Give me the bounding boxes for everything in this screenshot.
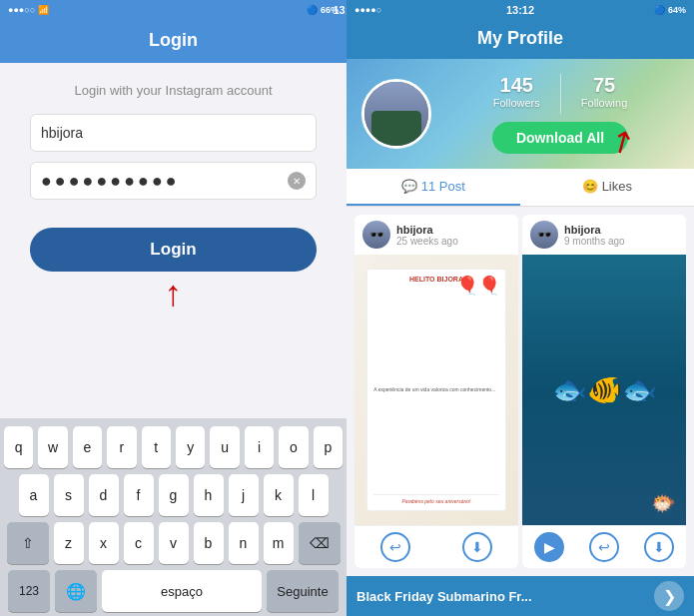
posts-grid: 🕶️ hbijora 25 weeks ago HELITO BIJORA A … — [347, 207, 694, 576]
key-x[interactable]: x — [89, 522, 119, 564]
following-label: Following — [581, 97, 627, 109]
following-stat: 75 Following — [581, 74, 627, 114]
post-header-1: 🕶️ hbijora 25 weeks ago — [354, 215, 518, 255]
time-right: 13:12 — [506, 4, 534, 16]
avatar-image: 🕶️ — [364, 82, 428, 146]
key-q[interactable]: q — [4, 426, 33, 468]
key-y[interactable]: y — [176, 426, 205, 468]
post-image-1: HELITO BIJORA A experiência de um vida v… — [354, 255, 518, 525]
globe-key[interactable]: 🌐 — [55, 570, 97, 612]
numbers-key[interactable]: 123 — [8, 570, 50, 612]
key-h[interactable]: h — [194, 474, 224, 516]
left-panel: ●●●○○ 📶 13:07 🔵 66% Login Login with you… — [0, 0, 347, 616]
password-field[interactable]: ●●●●●●●●●● ✕ — [30, 162, 317, 200]
following-count: 75 — [581, 74, 627, 97]
keyboard-bottom-row: 123 🌐 espaço Seguinte — [4, 570, 343, 612]
key-e[interactable]: e — [73, 426, 102, 468]
key-l[interactable]: l — [299, 474, 329, 516]
post-avatar-2: 🕶️ — [530, 221, 558, 249]
arrow-down-indicator: ↑ — [165, 276, 183, 311]
avatar-body — [361, 111, 431, 146]
post-user-info-1: hbijora 25 weeks ago — [396, 224, 458, 247]
play-button-2[interactable]: ▶ — [534, 532, 564, 562]
key-s[interactable]: s — [54, 474, 84, 516]
key-u[interactable]: u — [210, 426, 239, 468]
share-button-1[interactable]: ↩ — [380, 532, 410, 562]
battery-right: 64% — [668, 5, 686, 15]
battery-icons-right: 🔵 64% — [654, 5, 686, 15]
shift-key[interactable]: ⇧ — [7, 522, 49, 564]
key-t[interactable]: t — [142, 426, 171, 468]
key-d[interactable]: d — [89, 474, 119, 516]
key-j[interactable]: j — [229, 474, 259, 516]
birthday-footer: Parabéns pelo seu aniversário! — [373, 494, 498, 504]
key-f[interactable]: f — [124, 474, 154, 516]
post-user-info-2: hbijora 9 months ago — [564, 224, 625, 247]
ad-text: Black Friday Submarino Fr... — [356, 589, 532, 604]
profile-title: My Profile — [477, 28, 563, 48]
key-g[interactable]: g — [159, 474, 189, 516]
bluetooth-right: 🔵 — [654, 5, 665, 15]
keyboard-row-1: q w e r t y u i o p — [4, 426, 343, 468]
keyboard: q w e r t y u i o p a s d f g h j k l ⇧ … — [0, 418, 347, 616]
key-b[interactable]: b — [194, 522, 224, 564]
tab-likes-label: Likes — [602, 179, 632, 194]
post-avatar-1: 🕶️ — [362, 221, 390, 249]
followers-label: Followers — [493, 97, 540, 109]
login-form: Login with your Instagram account hbijor… — [0, 63, 347, 418]
tab-likes[interactable]: 😊 Likes — [520, 169, 694, 206]
fish-scene: 🐟🐠🐟 — [522, 255, 686, 525]
keyboard-row-3: ⇧ z x c v b n m ⌫ — [4, 522, 343, 564]
login-button[interactable]: Login — [30, 228, 317, 272]
wifi-icon: 📶 — [38, 5, 49, 15]
key-p[interactable]: p — [314, 426, 343, 468]
signal-right: ●●●●○ — [354, 5, 381, 15]
profile-avatar: 🕶️ — [361, 79, 431, 149]
post-avatar-img-1: 🕶️ — [362, 221, 390, 249]
key-w[interactable]: w — [38, 426, 67, 468]
stats-divider — [560, 74, 561, 114]
key-m[interactable]: m — [264, 522, 294, 564]
followers-stat: 145 Followers — [493, 74, 540, 114]
ad-arrow-button[interactable]: ❯ — [654, 581, 684, 611]
download-button-2[interactable]: ⬇ — [644, 532, 674, 562]
space-key[interactable]: espaço — [102, 570, 262, 612]
followers-count: 145 — [493, 74, 540, 97]
key-k[interactable]: k — [264, 474, 294, 516]
fish-extra: 🐡 — [651, 491, 676, 515]
post-header-2: 🕶️ hbijora 9 months ago — [522, 215, 686, 255]
key-v[interactable]: v — [159, 522, 189, 564]
tab-posts[interactable]: 💬 11 Post — [347, 169, 520, 206]
bluetooth-icon: 🔵 — [307, 5, 318, 15]
post-card-2: 🕶️ hbijora 9 months ago 🐟🐠🐟 🐡 ▶ ↩ ⬇ — [522, 215, 686, 568]
post-actions-1: ↩ ⬇ — [354, 525, 518, 568]
backspace-key[interactable]: ⌫ — [299, 522, 341, 564]
key-z[interactable]: z — [54, 522, 84, 564]
username-field[interactable]: hbijora — [30, 114, 317, 152]
ad-banner: Black Friday Submarino Fr... ❯ — [347, 576, 694, 616]
share-button-2[interactable]: ↩ — [589, 532, 619, 562]
post-username-1: hbijora — [396, 224, 458, 236]
profile-hero: 🕶️ 145 Followers 75 Following Download A… — [347, 59, 694, 169]
key-c[interactable]: c — [124, 522, 154, 564]
signal-icon: ●●●○○ — [8, 5, 35, 15]
login-title: Login — [149, 30, 198, 50]
post-username-2: hbijora — [564, 224, 625, 236]
birthday-card: HELITO BIJORA A experiência de um vida v… — [366, 269, 505, 512]
birthday-text: A experiência de um vida valoriza com co… — [373, 386, 498, 393]
tabs-row: 💬 11 Post 😊 Likes — [347, 169, 694, 207]
next-key[interactable]: Seguinte — [267, 570, 339, 612]
login-header: Login — [0, 20, 347, 63]
key-i[interactable]: i — [245, 426, 274, 468]
key-o[interactable]: o — [279, 426, 308, 468]
svg-rect-0 — [371, 111, 421, 146]
download-button-1[interactable]: ⬇ — [462, 532, 492, 562]
key-n[interactable]: n — [229, 522, 259, 564]
keyboard-row-2: a s d f g h j k l — [4, 474, 343, 516]
login-subtitle: Login with your Instagram account — [75, 83, 273, 98]
clear-password-icon[interactable]: ✕ — [288, 172, 306, 190]
key-a[interactable]: a — [19, 474, 49, 516]
balloons-icon: 🎈🎈 — [456, 275, 500, 297]
post-image-2: 🐟🐠🐟 🐡 — [522, 255, 686, 525]
key-r[interactable]: r — [107, 426, 136, 468]
